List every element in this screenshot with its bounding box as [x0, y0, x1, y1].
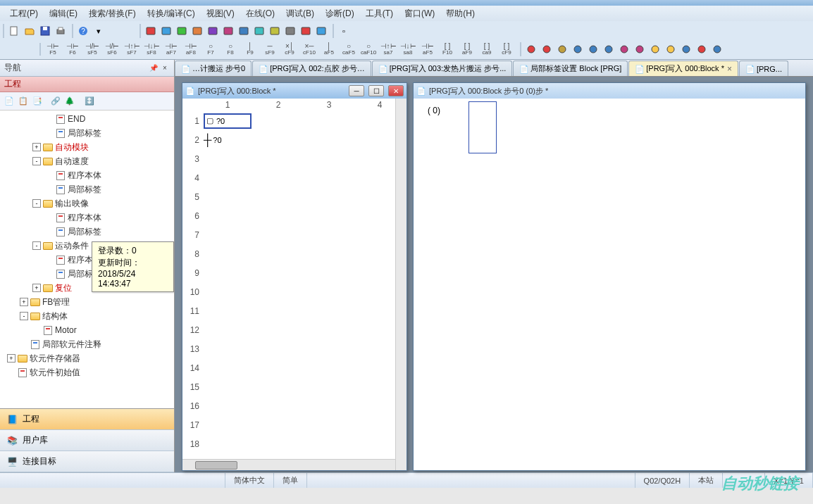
grid-cell[interactable] — [202, 189, 253, 206]
tree-label[interactable]: 结构体 — [42, 310, 68, 322]
misc-tool-11-icon[interactable] — [695, 42, 709, 56]
ladder-btn-14[interactable]: │aF5 — [320, 43, 338, 56]
dev-tool-9-icon[interactable] — [283, 24, 297, 38]
dev-tool-4-icon[interactable] — [206, 24, 220, 38]
grid-row[interactable]: 3 — [182, 149, 407, 168]
misc-tool-3-icon[interactable] — [571, 42, 585, 56]
scrollbar-v[interactable] — [395, 99, 407, 470]
grid-cell[interactable] — [202, 436, 253, 453]
sidebar-item-userlib[interactable]: 📚 用户库 — [0, 430, 174, 451]
misc-tool-7-icon[interactable] — [633, 42, 647, 56]
grid-cell[interactable]: ┼ ?0 — [202, 132, 253, 149]
ladder-btn-2[interactable]: ⊣/⊢sF5 — [83, 43, 101, 56]
maximize-icon[interactable]: ☐ — [368, 85, 384, 96]
open-icon[interactable] — [23, 24, 37, 38]
dev-tool-7-icon[interactable] — [252, 24, 266, 38]
tree-toggle[interactable]: - — [32, 157, 41, 165]
tab[interactable]: 📄[PRG]写入 002:点胶 步号… — [252, 61, 371, 76]
save-icon[interactable] — [38, 24, 52, 38]
tool-extra-icon[interactable]: ▫ — [337, 24, 351, 38]
ladder-btn-8[interactable]: ○F7 — [201, 43, 220, 56]
grid-row[interactable]: 15 — [182, 377, 407, 396]
ladder-btn-12[interactable]: ×│cF9 — [280, 43, 299, 56]
tree-node[interactable]: 软元件初始值 — [0, 365, 174, 379]
grid-cell[interactable] — [202, 284, 253, 301]
grid-cell[interactable] — [202, 303, 253, 320]
tree-label[interactable]: 局部标签 — [68, 226, 101, 238]
dev-tool-5-icon[interactable] — [221, 24, 235, 38]
grid-row[interactable]: 8 — [182, 244, 407, 263]
grid-cell[interactable] — [202, 246, 253, 263]
ladder-btn-10[interactable]: │F9 — [241, 43, 259, 56]
ladder-btn-23[interactable]: [ ]cF9 — [497, 43, 516, 56]
tree-node[interactable]: -结构体 — [0, 309, 174, 323]
ladder-btn-19[interactable]: ⊣⊢aF5 — [418, 43, 437, 56]
tree-toggle[interactable]: - — [32, 199, 41, 208]
close-icon[interactable]: ✕ — [388, 85, 404, 96]
mdi-titlebar[interactable]: 📄 [PRG]写入 000:Block * ─ ☐ ✕ — [182, 83, 407, 99]
mdi-body[interactable]: 1 2 3 4 1▢?02┼ ?034567891011121314151617… — [182, 99, 407, 470]
tree-node[interactable]: Motor — [0, 323, 174, 337]
tree-label[interactable]: 输出映像 — [55, 198, 89, 210]
tab[interactable]: 📄…计搬运 步号0 — [175, 61, 252, 76]
dropdown-icon[interactable]: ▾ — [92, 24, 106, 38]
grid-row[interactable]: 9 — [182, 263, 407, 282]
grid-row[interactable]: 14 — [182, 358, 407, 377]
tree-label[interactable]: 程序本体 — [68, 212, 101, 224]
help-icon[interactable]: ? — [76, 24, 90, 38]
tree-label[interactable]: 自动模块 — [55, 141, 89, 153]
mdi-window-block[interactable]: 📄 [PRG]写入 000:Block * ─ ☐ ✕ 1 2 3 4 — [182, 82, 407, 471]
ladder-btn-1[interactable]: ⊣⊢F6 — [63, 43, 82, 56]
tree-label[interactable]: FB管理 — [42, 296, 70, 308]
tree-node[interactable]: +自动模块 — [0, 140, 174, 154]
dev-tool-3-icon[interactable] — [190, 24, 204, 38]
dev-tool-11-icon[interactable] — [314, 24, 328, 38]
grid-row[interactable]: 1▢?0 — [182, 111, 407, 130]
ladder-btn-6[interactable]: ⊣⊢aF7 — [162, 43, 180, 56]
tree-node[interactable]: END — [0, 112, 174, 126]
misc-tool-12-icon[interactable] — [710, 42, 724, 56]
tree-toggle[interactable]: + — [32, 284, 41, 292]
ladder-btn-16[interactable]: ○caF10 — [359, 43, 378, 56]
tab[interactable]: 📄局部标签设置 Block [PRG] — [513, 61, 628, 76]
menu-search[interactable]: 搜索/替换(F) — [85, 6, 140, 21]
tree-node[interactable]: +软元件存储器 — [0, 351, 174, 365]
grid-cell[interactable] — [202, 227, 253, 244]
grid-row[interactable]: 16 — [182, 396, 407, 415]
tree-node[interactable]: 局部标签 — [0, 225, 174, 239]
tab-close-icon[interactable]: × — [727, 64, 732, 74]
misc-tool-0-icon[interactable] — [524, 42, 538, 56]
ladder-btn-11[interactable]: ─sF9 — [261, 43, 279, 56]
menu-debug[interactable]: 调试(B) — [282, 6, 318, 21]
mdi-window-step[interactable]: 📄 [PRG]写入 000:Block 步号0 (0)步 * ( 0) — [413, 82, 806, 471]
tab[interactable]: 📄[PRG... — [739, 61, 788, 76]
sb-new-icon[interactable]: 📄 — [3, 95, 15, 108]
grid-row[interactable]: 11 — [182, 301, 407, 320]
ladder-btn-0[interactable]: ⊣⊢F5 — [44, 43, 62, 56]
tree-node[interactable]: 局部软元件注释 — [0, 337, 174, 351]
grid-row[interactable]: 4 — [182, 168, 407, 187]
dev-tool-8-icon[interactable] — [268, 24, 282, 38]
print-icon[interactable] — [54, 24, 68, 38]
dev-tool-0-icon[interactable] — [144, 24, 158, 38]
tree-node[interactable]: 局部标签 — [0, 126, 174, 140]
pin-icon[interactable]: 📌 — [149, 63, 159, 73]
dev-tool-6-icon[interactable] — [237, 24, 251, 38]
ladder-btn-9[interactable]: ○F8 — [221, 43, 240, 56]
ladder-btn-20[interactable]: [ ]F10 — [438, 43, 457, 56]
grid-row[interactable]: 17 — [182, 415, 407, 434]
menu-view[interactable]: 视图(V) — [202, 6, 239, 21]
tree-toggle[interactable]: + — [7, 354, 15, 363]
sb-sort-icon[interactable]: ↕️ — [83, 95, 96, 108]
ladder-btn-22[interactable]: [ ]ca9 — [478, 43, 496, 56]
misc-tool-10-icon[interactable] — [679, 42, 693, 56]
menu-online[interactable]: 在线(O) — [242, 6, 279, 21]
tree-label[interactable]: 程序本体 — [68, 170, 101, 182]
tab[interactable]: 📄[PRG]写入 003:发热片搬运 步号... — [372, 61, 513, 76]
tree-label[interactable]: 运动条件 — [55, 240, 89, 252]
ladder-btn-17[interactable]: ⊣↑⊢sa7 — [379, 43, 397, 56]
tree-toggle[interactable]: - — [32, 241, 41, 250]
tree-label[interactable]: 程序本 — [68, 254, 93, 266]
misc-tool-6-icon[interactable] — [617, 42, 631, 56]
misc-tool-9-icon[interactable] — [664, 42, 678, 56]
